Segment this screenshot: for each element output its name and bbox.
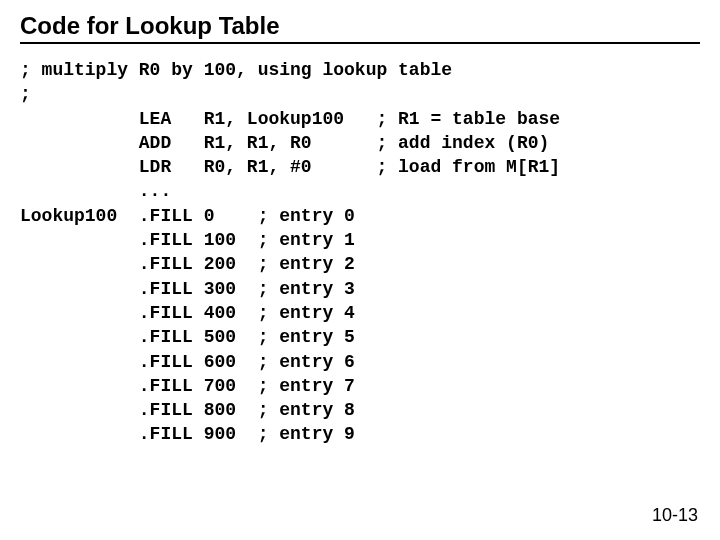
code-line: LDR R0, R1, #0 ; load from M[R1] xyxy=(20,157,560,177)
code-line: .FILL 400 ; entry 4 xyxy=(20,303,355,323)
title-rule xyxy=(20,42,700,44)
code-line: .FILL 800 ; entry 8 xyxy=(20,400,355,420)
code-line: .FILL 500 ; entry 5 xyxy=(20,327,355,347)
code-line: .FILL 700 ; entry 7 xyxy=(20,376,355,396)
code-line: ; multiply R0 by 100, using lookup table xyxy=(20,60,452,80)
page-title: Code for Lookup Table xyxy=(20,12,700,40)
code-line: Lookup100 .FILL 0 ; entry 0 xyxy=(20,206,355,226)
code-line: .FILL 900 ; entry 9 xyxy=(20,424,355,444)
code-line: ... xyxy=(20,181,171,201)
slide: Code for Lookup Table ; multiply R0 by 1… xyxy=(0,0,720,540)
code-line: .FILL 100 ; entry 1 xyxy=(20,230,355,250)
page-number: 10-13 xyxy=(652,505,698,526)
code-block: ; multiply R0 by 100, using lookup table… xyxy=(20,58,700,447)
code-line: ; xyxy=(20,84,31,104)
code-line: LEA R1, Lookup100 ; R1 = table base xyxy=(20,109,560,129)
code-line: .FILL 200 ; entry 2 xyxy=(20,254,355,274)
code-line: .FILL 300 ; entry 3 xyxy=(20,279,355,299)
code-line: .FILL 600 ; entry 6 xyxy=(20,352,355,372)
code-line: ADD R1, R1, R0 ; add index (R0) xyxy=(20,133,549,153)
